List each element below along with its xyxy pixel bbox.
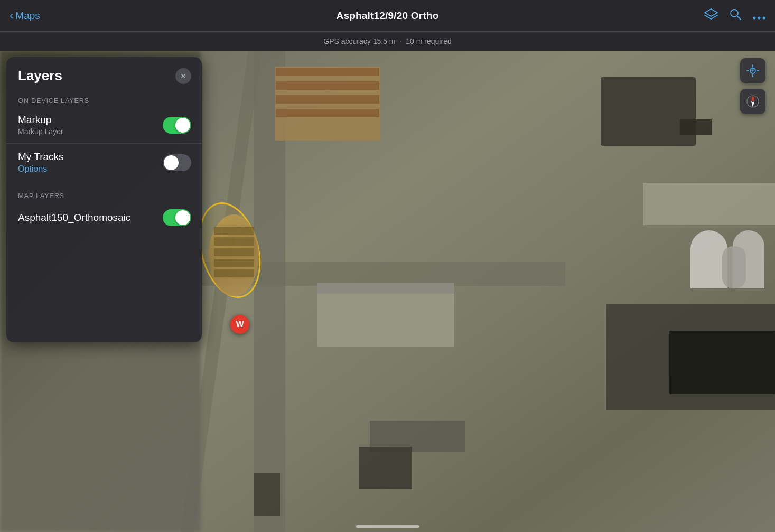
asphalt-toggle-thumb xyxy=(175,210,190,225)
divider-1 xyxy=(6,143,202,144)
my-tracks-layer-info: My Tracks Options xyxy=(18,151,64,174)
more-options-icon[interactable] xyxy=(753,9,765,23)
compass-icon: N xyxy=(746,95,760,108)
separator: · xyxy=(399,37,401,45)
map-marker-w[interactable]: W xyxy=(230,315,249,334)
svg-marker-9 xyxy=(751,101,754,107)
asphalt-layer-item: Asphalt150_Orthomosaic xyxy=(6,205,202,230)
my-tracks-toggle[interactable] xyxy=(163,154,191,171)
back-label: Maps xyxy=(15,10,40,22)
page-title: Asphalt12/9/20 Ortho xyxy=(336,10,438,22)
bldg-dark-br xyxy=(669,331,775,394)
svg-text:N: N xyxy=(751,96,754,100)
bldg-bottom-2 xyxy=(254,473,280,516)
markup-layer-sub: Markup Layer xyxy=(18,127,63,136)
machinery-1 xyxy=(601,77,696,146)
svg-point-2 xyxy=(753,16,756,19)
layers-panel: Layers ✕ ON DEVICE LAYERS Markup Markup … xyxy=(6,57,202,342)
map-layers-section-label: MAP LAYERS xyxy=(6,188,202,205)
bldg-bottom-dark xyxy=(359,447,412,489)
my-tracks-options-link[interactable]: Options xyxy=(18,164,64,174)
gps-required: 10 m required xyxy=(406,37,451,45)
markup-toggle-thumb xyxy=(175,118,190,133)
marker-label: W xyxy=(236,320,244,329)
on-device-section-label: ON DEVICE LAYERS xyxy=(6,92,202,110)
markup-layer-name: Markup xyxy=(18,114,63,126)
asphalt-layer-name: Asphalt150_Orthomosaic xyxy=(18,212,130,223)
map-controls: N xyxy=(740,58,765,114)
svg-point-3 xyxy=(758,16,761,19)
building-right xyxy=(643,183,775,225)
home-indicator xyxy=(356,525,419,528)
timber-pile-1 xyxy=(275,67,380,141)
search-icon[interactable] xyxy=(730,8,741,23)
svg-point-6 xyxy=(752,70,754,72)
my-tracks-layer-name: My Tracks xyxy=(18,151,64,163)
markup-toggle[interactable] xyxy=(163,117,191,134)
svg-point-4 xyxy=(763,16,765,19)
tank-3 xyxy=(722,246,746,288)
svg-line-1 xyxy=(737,16,741,20)
material-pile xyxy=(209,214,259,296)
header-actions xyxy=(704,8,765,23)
location-icon xyxy=(746,64,760,78)
chevron-left-icon: ‹ xyxy=(10,10,13,22)
close-icon: ✕ xyxy=(180,72,186,80)
back-button[interactable]: ‹ Maps xyxy=(10,10,40,22)
app-header: ‹ Maps Asphalt12/9/20 Ortho xyxy=(0,0,775,32)
layers-icon[interactable] xyxy=(704,8,718,23)
panel-header: Layers ✕ xyxy=(6,57,202,92)
gps-accuracy: GPS accuracy 15.5 m xyxy=(323,37,395,45)
asphalt-layer-info: Asphalt150_Orthomosaic xyxy=(18,212,130,223)
compass-button[interactable]: N xyxy=(740,89,765,114)
asphalt-toggle[interactable] xyxy=(163,209,191,226)
map-view[interactable]: W N Layers ✕ xyxy=(0,51,775,532)
panel-title: Layers xyxy=(18,68,62,84)
my-tracks-layer-item: My Tracks Options xyxy=(6,147,202,178)
gps-status-bar: GPS accuracy 15.5 m · 10 m required xyxy=(0,32,775,51)
my-tracks-toggle-thumb xyxy=(164,155,179,170)
location-button[interactable] xyxy=(740,58,765,83)
markup-layer-item: Markup Markup Layer xyxy=(6,110,202,140)
close-button[interactable]: ✕ xyxy=(175,68,191,84)
markup-layer-info: Markup Markup Layer xyxy=(18,114,63,136)
